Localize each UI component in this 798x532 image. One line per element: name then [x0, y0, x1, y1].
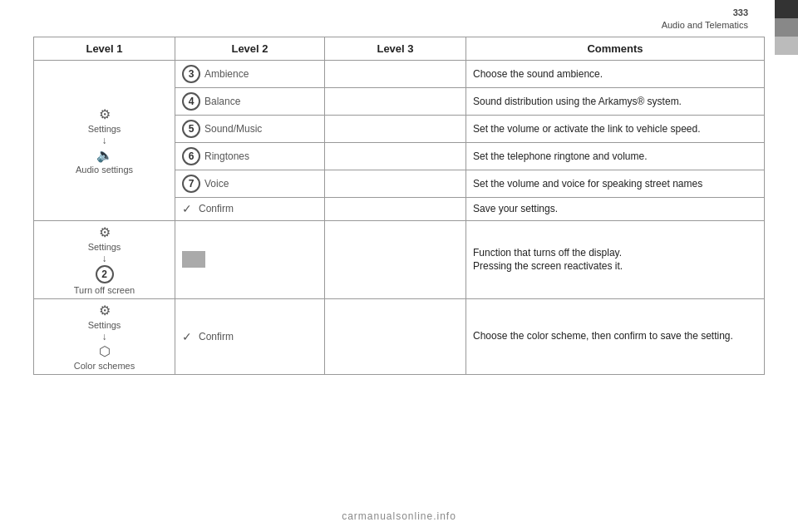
l2-ringtones-label: Ringtones — [204, 150, 249, 162]
corner-sq-light — [775, 37, 798, 55]
l2-balance-label: Balance — [204, 96, 240, 107]
l3-confirm-audio-cell — [325, 198, 466, 221]
l3-voice-cell — [325, 170, 466, 198]
gray-box-icon — [182, 251, 205, 268]
comment-ringtones-text: Set the telephone ringtone and volume. — [473, 150, 647, 162]
l1-colorschemes-cell: Settings ↓ Color schemes — [34, 298, 175, 374]
l2-ambience-label: Ambience — [204, 68, 249, 80]
l2-confirm-audio-label: Confirm — [199, 203, 234, 214]
l1-turnoff-label: Turn off screen — [74, 285, 135, 295]
l3-ambience-cell — [325, 61, 466, 88]
comment-ringtones: Set the telephone ringtone and volume. — [466, 143, 765, 170]
badge-5: 5 — [182, 120, 200, 138]
l3-turnoff-cell — [325, 220, 466, 298]
settings-table: Level 1 Level 2 Level 3 Comments Setting… — [33, 37, 765, 375]
col-header-l3: Level 3 — [325, 37, 466, 61]
col-header-l1: Level 1 — [34, 37, 175, 61]
comment-turnoff-text: Function that turns off the display.Pres… — [473, 247, 623, 273]
comment-soundmusic-text: Set the volume or activate the link to v… — [473, 123, 701, 135]
l2-balance: 4 Balance — [182, 92, 318, 111]
corner-squares — [775, 0, 798, 55]
checkmark-icon: ✓ — [182, 202, 192, 215]
l2-balance-cell: 4 Balance — [175, 88, 325, 116]
palette-icon — [99, 343, 111, 359]
l2-turnoff — [182, 251, 318, 268]
comment-ambience: Choose the sound ambience. — [466, 61, 765, 88]
l1-settings-label: Settings — [88, 124, 121, 134]
comment-turnoff: Function that turns off the display.Pres… — [466, 220, 765, 298]
l1-turnoff-inner: Settings ↓ 2 Turn off screen — [37, 224, 171, 295]
gear-icon — [99, 106, 111, 122]
l2-confirm-color: ✓ Confirm — [182, 330, 318, 343]
table-row: Settings ↓ 2 Turn off screen Function th… — [34, 220, 765, 298]
l2-confirm-audio-cell: ✓ Confirm — [175, 198, 325, 221]
watermark: carmanualsonline.info — [0, 510, 798, 522]
col-header-l2: Level 2 — [175, 37, 325, 61]
page-number: 333 — [662, 7, 748, 19]
speaker-icon — [96, 147, 113, 163]
gear-icon-3 — [99, 303, 111, 318]
l1-turnoff-cell: Settings ↓ 2 Turn off screen — [34, 220, 175, 298]
comment-colorschemes-text: Choose the color scheme, then confirm to… — [473, 330, 733, 342]
l3-soundmusic-cell — [325, 116, 466, 143]
main-table-wrap: Level 1 Level 2 Level 3 Comments Setting… — [33, 37, 765, 457]
table-row: Settings ↓ Color schemes ✓ Confirm Choos… — [34, 298, 765, 374]
comment-soundmusic: Set the volume or activate the link to v… — [466, 116, 765, 143]
corner-sq-dark — [775, 0, 798, 18]
badge-7: 7 — [182, 175, 200, 193]
comment-balance: Sound distribution using the Arkamys® sy… — [466, 88, 765, 116]
comment-confirm-audio: Save your settings. — [466, 198, 765, 221]
badge-3: 3 — [182, 65, 200, 83]
l1-audio-inner: Settings ↓ Audio settings — [37, 106, 171, 175]
l1-audio-label: Audio settings — [76, 165, 133, 175]
l2-soundmusic-cell: 5 Sound/Music — [175, 116, 325, 143]
l2-soundmusic: 5 Sound/Music — [182, 120, 318, 138]
l2-voice: 7 Voice — [182, 175, 318, 193]
col-header-comments: Comments — [466, 37, 765, 61]
l1-colorschemes-label: Color schemes — [74, 361, 135, 371]
badge-6: 6 — [182, 147, 200, 165]
l3-ringtones-cell — [325, 143, 466, 170]
gear-icon-2 — [99, 224, 111, 240]
l1-audio-settings-cell: Settings ↓ Audio settings — [34, 61, 175, 221]
l2-ringtones: 6 Ringtones — [182, 147, 318, 165]
l2-confirm-audio: ✓ Confirm — [182, 202, 318, 215]
comment-confirm-audio-text: Save your settings. — [473, 203, 558, 214]
badge-2: 2 — [96, 265, 114, 283]
l1-settings-label-2: Settings — [88, 242, 121, 252]
l2-ambience-cell: 3 Ambience — [175, 61, 325, 88]
badge-4: 4 — [182, 92, 200, 111]
comment-colorschemes: Choose the color scheme, then confirm to… — [466, 298, 765, 374]
l2-confirm-color-cell: ✓ Confirm — [175, 298, 325, 374]
l2-voice-label: Voice — [204, 178, 229, 190]
page-header: 333 Audio and Telematics — [662, 7, 748, 32]
arrow-down-icon: ↓ — [102, 135, 107, 145]
l1-settings-label-3: Settings — [88, 320, 121, 330]
l2-turnoff-cell — [175, 220, 325, 298]
l3-confirm-color-cell — [325, 298, 466, 374]
table-row: Settings ↓ Audio settings 3 Ambience Cho… — [34, 61, 765, 88]
corner-sq-mid — [775, 18, 798, 37]
l2-voice-cell: 7 Voice — [175, 170, 325, 198]
l1-colorschemes-inner: Settings ↓ Color schemes — [37, 303, 171, 371]
l3-balance-cell — [325, 88, 466, 116]
comment-ambience-text: Choose the sound ambience. — [473, 68, 603, 80]
arrow-down-icon-3: ↓ — [102, 332, 107, 342]
comment-voice-text: Set the volume and voice for speaking st… — [473, 178, 702, 190]
comment-voice: Set the volume and voice for speaking st… — [466, 170, 765, 198]
l2-ringtones-cell: 6 Ringtones — [175, 143, 325, 170]
checkmark-icon-2: ✓ — [182, 330, 192, 343]
section-title: Audio and Telematics — [662, 19, 748, 32]
arrow-down-icon-2: ↓ — [102, 254, 107, 264]
l2-ambience: 3 Ambience — [182, 65, 318, 83]
l2-soundmusic-label: Sound/Music — [204, 123, 262, 135]
l2-confirm-color-label: Confirm — [199, 331, 234, 342]
comment-balance-text: Sound distribution using the Arkamys® sy… — [473, 96, 682, 107]
